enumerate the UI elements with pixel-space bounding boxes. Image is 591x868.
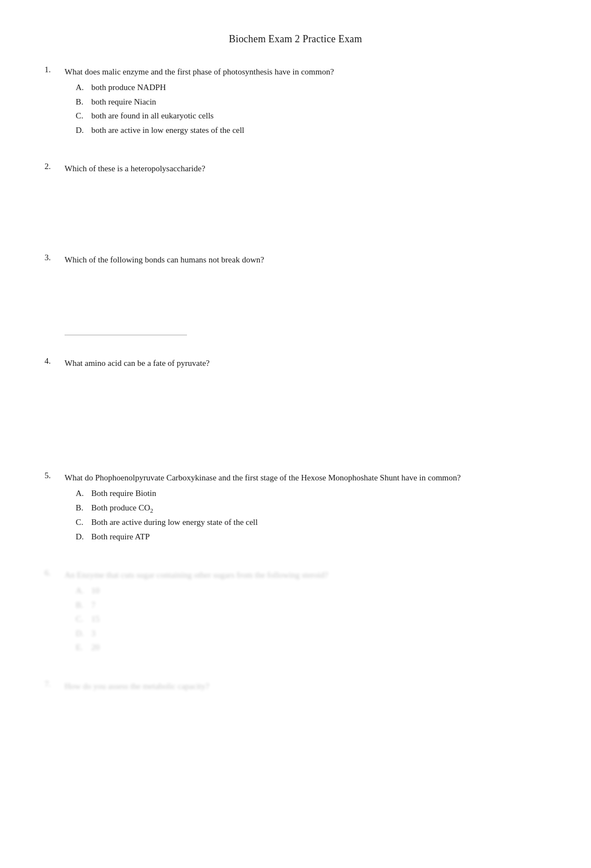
answer-letter-6b: B.: [76, 598, 91, 613]
answer-letter-5c: C.: [76, 515, 91, 530]
answer-item-6e: E. 20: [65, 641, 546, 655]
question-item-1: 1. What does malic enzyme and the first …: [45, 65, 546, 151]
question-content-2: Which of these is a heteropolysaccharide…: [65, 162, 546, 175]
q4-spacer: [65, 372, 546, 455]
answer-letter-1d: D.: [76, 123, 91, 138]
answer-text-1d: both are active in low energy states of …: [91, 123, 244, 138]
question-content-7: How do you assess the metabolic capacity…: [65, 679, 546, 695]
question-text-5: What do Phophoenolpyruvate Carboxykinase…: [65, 471, 546, 484]
answer-letter-5a: A.: [76, 487, 91, 501]
question-text-4: What amino acid can be a fate of pyruvat…: [65, 356, 546, 370]
answer-letter-6c: C.: [76, 612, 91, 627]
answer-item-5d: D. Both require ATP: [65, 530, 546, 544]
answer-text-6b: 7: [91, 598, 96, 613]
question-text-6: An Enzyme that cuts sugar containing oth…: [65, 568, 546, 582]
question-list: 1. What does malic enzyme and the first …: [45, 65, 546, 695]
answer-item-5b: B. Both produce CO2: [65, 501, 546, 516]
answer-item-1c: C. both are found in all eukaryotic cell…: [65, 109, 546, 123]
answer-text-1c: both are found in all eukaryotic cells: [91, 109, 214, 123]
question-item-4: 4. What amino acid can be a fate of pyru…: [45, 356, 546, 467]
answer-text-6d: 3: [91, 627, 96, 641]
answer-text-5c: Both are active during low energy state …: [91, 515, 258, 530]
question-number-7: 7.: [45, 679, 65, 695]
question-text-2: Which of these is a heteropolysaccharide…: [65, 162, 546, 175]
answer-item-6a: A. 10: [65, 584, 546, 598]
question-content-4: What amino acid can be a fate of pyruvat…: [65, 356, 546, 467]
answer-text-5b: Both produce CO2: [91, 501, 153, 516]
answer-text-1a: both produce NADPH: [91, 81, 166, 95]
question-item-3: 3. Which of the following bonds can huma…: [45, 253, 546, 352]
question-content-5: What do Phophoenolpyruvate Carboxykinase…: [65, 471, 546, 557]
answer-item-6d: D. 3: [65, 627, 546, 641]
answer-letter-6e: E.: [76, 641, 91, 655]
answer-letter-5b: B.: [76, 501, 91, 516]
question-text-7: How do you assess the metabolic capacity…: [65, 679, 546, 693]
answer-letter-1c: C.: [76, 109, 91, 123]
page-title: Biochem Exam 2 Practice Exam: [45, 33, 546, 45]
question-number-5: 5.: [45, 471, 65, 557]
question-content-3: Which of the following bonds can humans …: [65, 253, 546, 352]
question-number-4: 4.: [45, 356, 65, 467]
question-item-7: 7. How do you assess the metabolic capac…: [45, 679, 546, 695]
answer-text-1b: both require Niacin: [91, 95, 156, 110]
answer-item-6c: C. 15: [65, 612, 546, 627]
answer-text-6e: 20: [91, 641, 100, 655]
answer-letter-1b: B.: [76, 95, 91, 110]
question-number-6: 6.: [45, 568, 65, 668]
answer-list-5: A. Both require Biotin B. Both produce C…: [65, 487, 546, 544]
answer-letter-1a: A.: [76, 81, 91, 95]
question-item-6: 6. An Enzyme that cuts sugar containing …: [45, 568, 546, 668]
question-text-1: What does malic enzyme and the first pha…: [65, 65, 546, 78]
answer-text-6c: 15: [91, 612, 100, 627]
answer-list-6: A. 10 B. 7 C. 15 D. 3 E. 20: [65, 584, 546, 655]
answer-text-5a: Both require Biotin: [91, 487, 156, 501]
answer-item-1d: D. both are active in low energy states …: [65, 123, 546, 138]
question-item-5: 5. What do Phophoenolpyruvate Carboxykin…: [45, 471, 546, 557]
answer-item-6b: B. 7: [65, 598, 546, 613]
answer-item-5c: C. Both are active during low energy sta…: [65, 515, 546, 530]
q3-spacer: [65, 269, 187, 335]
question-number-3: 3.: [45, 253, 65, 352]
question-number-2: 2.: [45, 162, 65, 175]
answer-item-1b: B. both require Niacin: [65, 95, 546, 110]
question-content-6: An Enzyme that cuts sugar containing oth…: [65, 568, 546, 668]
answer-item-1a: A. both produce NADPH: [65, 81, 546, 95]
answer-text-5d: Both require ATP: [91, 530, 150, 544]
answer-letter-6a: A.: [76, 584, 91, 598]
question-content-1: What does malic enzyme and the first pha…: [65, 65, 546, 151]
question-item-2: 2. Which of these is a heteropolysacchar…: [45, 162, 546, 175]
answer-letter-5d: D.: [76, 530, 91, 544]
answer-letter-6d: D.: [76, 627, 91, 641]
question-number-1: 1.: [45, 65, 65, 151]
answer-list-1: A. both produce NADPH B. both require Ni…: [65, 81, 546, 137]
answer-text-6a: 10: [91, 584, 100, 598]
answer-item-5a: A. Both require Biotin: [65, 487, 546, 501]
question-text-3: Which of the following bonds can humans …: [65, 253, 546, 266]
